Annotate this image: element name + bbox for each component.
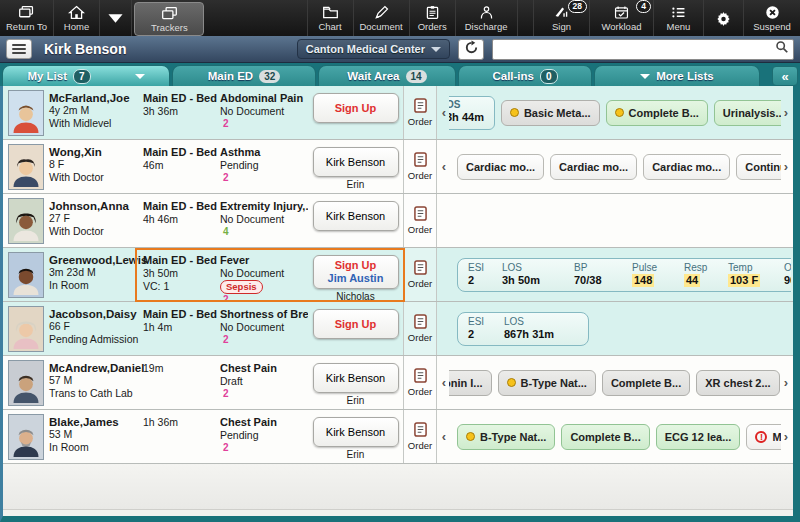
tab-more-lists[interactable]: More Lists <box>594 65 760 86</box>
chart-button[interactable]: Chart <box>308 0 354 36</box>
order-pad-icon <box>414 152 427 169</box>
order-chip[interactable]: B-Type Nat... <box>498 370 596 396</box>
chief-complaint: Abdominal Pain <box>220 92 308 105</box>
patient-info: McAndrew,Daniel 57 M Trans to Cath Lab <box>49 356 143 409</box>
patient-row-johnson[interactable]: Johnson,Anna 27 F With Doctor Main ED - … <box>3 194 793 248</box>
workload-button[interactable]: 4 Workload <box>590 0 654 36</box>
order-chip[interactable]: Complete B... <box>602 370 690 396</box>
los-time: 4h 46m <box>143 213 220 226</box>
order-button[interactable]: Order <box>403 248 437 301</box>
scroll-left-icon[interactable]: ‹ <box>439 106 449 119</box>
patient-age-sex: 3m 23d M <box>49 266 143 279</box>
search-icon[interactable] <box>775 40 789 58</box>
sign-up-button[interactable]: Sign Up <box>313 93 399 123</box>
order-chip[interactable]: XR chest 2... <box>696 370 779 396</box>
facility-selector[interactable]: Canton Medical Center <box>297 39 450 59</box>
patient-info: Greenwood,Lewis 3m 23d M In Room <box>49 248 143 301</box>
order-button[interactable]: Order <box>403 140 437 193</box>
provider-button[interactable]: Kirk Benson <box>313 201 399 231</box>
order-chip[interactable]: Cardiac mo... <box>457 154 544 180</box>
order-chip[interactable]: Continuous... <box>736 154 781 180</box>
resident-name: Jim Austin <box>328 272 384 285</box>
home-button[interactable]: Home <box>54 0 100 36</box>
order-chip[interactable]: Cardiac mo... <box>550 154 637 180</box>
sign-up-button[interactable]: Sign Up Jim Austin <box>313 255 399 289</box>
patient-row-wong[interactable]: Wong,Xin 8 F With Doctor Main ED - Bed .… <box>3 140 793 194</box>
current-user-name: Kirk Benson <box>44 41 126 57</box>
los-time: 46m <box>143 159 220 172</box>
order-button[interactable]: Order <box>403 356 437 409</box>
order-chip[interactable]: Basic Meta... <box>501 100 600 126</box>
return-to-button[interactable]: Return To <box>0 0 54 36</box>
assign-cell: Kirk Benson <box>308 194 403 247</box>
doc-status: No Document <box>220 105 308 118</box>
home-dropdown-button[interactable] <box>100 0 132 36</box>
suspend-button[interactable]: Suspend <box>744 0 800 36</box>
chief-complaint: Asthma <box>220 146 308 159</box>
order-button[interactable]: Order <box>403 86 437 139</box>
order-chips: ‹ B-Type Nat... Complete B... ECG 12 lea… <box>437 410 793 463</box>
scroll-left-icon[interactable]: ‹ <box>439 160 449 173</box>
menu-button[interactable]: Menu <box>654 0 704 36</box>
tab-wait-area[interactable]: Wait Area 14 <box>318 65 456 86</box>
patient-row-mcfarland[interactable]: McFarland,Joe 4y 2m M With Midlevel Main… <box>3 86 793 140</box>
tab-my-list[interactable]: My List 7 <box>2 65 170 86</box>
tab-call-ins-count: 0 <box>540 69 558 84</box>
chief-complaint: Extremity Injury,... <box>220 200 308 213</box>
order-chip[interactable]: B-Type Nat... <box>457 424 555 450</box>
scroll-right-icon[interactable]: › <box>781 430 791 443</box>
order-button[interactable]: Order <box>403 410 437 463</box>
patient-row-blake[interactable]: Blake,James 53 M In Room 1h 36m Chest Pa… <box>3 410 793 464</box>
tab-main-ed[interactable]: Main ED 32 <box>172 65 316 86</box>
orders-button[interactable]: Orders <box>410 0 456 36</box>
tab-call-ins[interactable]: Call-ins 0 <box>458 65 592 86</box>
order-chip[interactable]: Urinalysis... <box>714 100 781 126</box>
scroll-left-icon[interactable]: ‹ <box>439 376 449 389</box>
esi-los-chip[interactable]: ESI2 LOS867h 31m <box>457 312 589 346</box>
sign-up-label: Sign Up <box>335 102 377 115</box>
vc-count: VC: 1 <box>143 280 220 293</box>
patient-age-sex: 53 M <box>49 428 143 441</box>
find-patient-input[interactable] <box>501 42 775 56</box>
sign-up-label: Sign Up <box>335 259 377 272</box>
scroll-right-icon[interactable]: › <box>781 106 791 119</box>
order-chip[interactable]: Complete B... <box>606 100 708 126</box>
settings-button[interactable] <box>704 0 744 36</box>
esi-los-chip[interactable]: OS 3h 44m <box>449 96 495 130</box>
scroll-left-icon[interactable]: ‹ <box>439 430 449 443</box>
patient-row-jacobson[interactable]: Jacobson,Daisy 66 F Pending Admission Ma… <box>3 302 793 356</box>
order-button[interactable]: Order <box>403 302 437 355</box>
comment-count: 2 <box>220 172 308 183</box>
order-button[interactable]: Order <box>403 194 437 247</box>
scroll-right-icon[interactable]: › <box>781 160 791 173</box>
sign-up-button[interactable]: Sign Up <box>313 309 399 339</box>
order-chip[interactable]: ECG 12 lea... <box>656 424 741 450</box>
refresh-button[interactable] <box>458 39 484 60</box>
provider-button[interactable]: Kirk Benson <box>313 363 399 393</box>
order-chips: ‹ onin I... B-Type Nat... Complete B... … <box>437 356 793 409</box>
chevron-down-icon <box>431 47 441 52</box>
patient-row-greenwood-selected[interactable]: Greenwood,Lewis 3m 23d M In Room Main ED… <box>3 248 793 302</box>
patient-photo <box>3 248 49 301</box>
patient-row-mcandrew[interactable]: McAndrew,Daniel 57 M Trans to Cath Lab 1… <box>3 356 793 410</box>
provider-button[interactable]: Kirk Benson <box>313 147 399 177</box>
vitals-chip[interactable]: ESI2 LOS3h 50m BP70/38 Pulse148 Resp44 T… <box>457 258 791 292</box>
order-chip[interactable]: Cardiac mo... <box>643 154 730 180</box>
provider-button[interactable]: Kirk Benson <box>313 417 399 447</box>
patient-name: Blake,James <box>49 416 143 428</box>
patient-info: Jacobson,Daisy 66 F Pending Admission <box>49 302 143 355</box>
collapse-glyph: « <box>781 69 788 84</box>
hamburger-menu-button[interactable] <box>6 39 32 59</box>
sign-button[interactable]: 28 Sign <box>534 0 590 36</box>
collapse-panel-button[interactable]: « <box>772 66 798 86</box>
order-chip[interactable]: !MAR <box>746 424 781 450</box>
trackers-button[interactable]: Trackers <box>134 2 204 36</box>
discharge-button[interactable]: Discharge <box>456 0 518 36</box>
scroll-right-icon[interactable]: › <box>781 376 791 389</box>
order-chip[interactable]: Complete B... <box>561 424 649 450</box>
order-chip[interactable]: onin I... <box>449 370 492 396</box>
document-button[interactable]: Document <box>354 0 410 36</box>
vital-header: LOS <box>504 316 578 328</box>
patient-photo <box>3 356 49 409</box>
tracking-board-app: Return To Home Trackers Chart Document O… <box>0 0 800 522</box>
